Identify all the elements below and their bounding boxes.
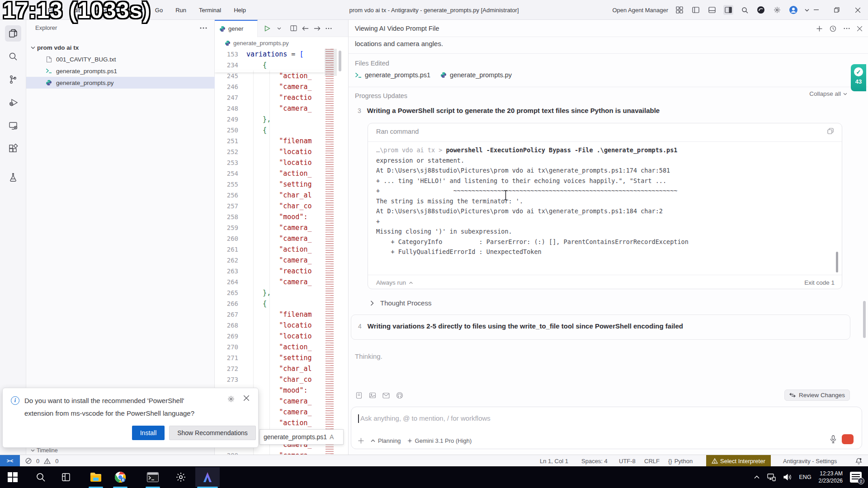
editor-line[interactable]: 266 {: [215, 298, 325, 309]
editor-line[interactable]: 273 "char_co: [215, 374, 325, 385]
clock[interactable]: 12:23 AM 2/23/2026: [819, 470, 843, 484]
add-context-icon[interactable]: [358, 437, 364, 444]
chrome-icon[interactable]: [114, 471, 127, 483]
tree-root-folder[interactable]: prom vdo ai tx: [26, 42, 215, 53]
menu-run[interactable]: Run: [173, 5, 189, 15]
stop-record-button[interactable]: [842, 434, 854, 444]
review-changes-button[interactable]: Review Changes: [784, 389, 850, 401]
close-button[interactable]: [847, 0, 868, 20]
encoding-setting[interactable]: UTF-8: [619, 455, 636, 467]
sticky-line-234[interactable]: 234 {: [215, 60, 325, 70]
taskbar-search-icon[interactable]: [34, 471, 47, 483]
planning-mode-selector[interactable]: Planning: [371, 437, 401, 444]
editor-line[interactable]: 267 "filenam: [215, 309, 325, 320]
editor-line[interactable]: 247 "reactio: [215, 92, 325, 103]
breadcrumb[interactable]: generate_prompts.py: [215, 37, 348, 49]
panel-scrollbar[interactable]: [863, 301, 866, 338]
run-python-file-icon[interactable]: [261, 23, 273, 34]
card-scrollbar[interactable]: [836, 252, 838, 272]
split-editor-icon[interactable]: [288, 23, 299, 34]
volume-icon[interactable]: [783, 474, 792, 481]
copy-icon[interactable]: [827, 128, 834, 134]
start-button[interactable]: [6, 471, 19, 483]
chat-input-box[interactable]: Ask anything, @ to mention, / for workfl…: [351, 407, 862, 449]
menu-go[interactable]: Go: [152, 5, 165, 15]
editor-line[interactable]: 265 },: [215, 287, 325, 298]
panel-close-icon[interactable]: [857, 26, 862, 31]
tray-chevron-up-icon[interactable]: [754, 475, 760, 479]
layout-panel-bottom-icon[interactable]: [707, 5, 717, 15]
language-mode[interactable]: {}Python: [668, 455, 693, 467]
tree-file-item[interactable]: generate_prompts.ps1: [26, 65, 215, 77]
editor-line[interactable]: 253 "locatio: [215, 157, 325, 168]
editor-line[interactable]: 251 "filenam: [215, 136, 325, 146]
editor-line[interactable]: 262 "camera_: [215, 255, 325, 266]
select-interpreter-button[interactable]: Select Interpreter: [706, 455, 771, 467]
layout-sidebar-right-icon[interactable]: [723, 5, 733, 15]
problems-indicator[interactable]: 0 0: [25, 455, 58, 467]
file-chip-ps1[interactable]: generate_prompts.ps1: [355, 71, 430, 79]
eol-setting[interactable]: CRLF: [644, 455, 660, 467]
editor-line[interactable]: 246 "camera_: [215, 81, 325, 92]
editor-line[interactable]: 260 "camera_: [215, 233, 325, 244]
notification-center-icon[interactable]: 2: [850, 472, 862, 483]
restore-button[interactable]: [826, 0, 847, 20]
task-view-icon[interactable]: [60, 471, 72, 483]
extensions-icon[interactable]: [5, 141, 21, 157]
tab-generate-prompts-py[interactable]: gener: [215, 20, 258, 37]
attach-file-icon[interactable]: [354, 390, 364, 400]
navigate-forward-icon[interactable]: [311, 23, 323, 34]
testing-flask-icon[interactable]: [5, 169, 21, 185]
tree-file-item[interactable]: 001_CAVITY_BUG.txt: [26, 53, 215, 65]
editor-line[interactable]: 255 "setting: [215, 179, 325, 190]
antigravity-settings-item[interactable]: Antigravity - Settings: [783, 455, 837, 467]
network-icon[interactable]: [767, 473, 776, 481]
editor-line[interactable]: 268 "locatio: [215, 320, 325, 331]
explorer-more-actions-icon[interactable]: [200, 27, 207, 29]
layout-sidebar-left-icon[interactable]: [691, 5, 701, 15]
editor-line[interactable]: 280 "camera_: [215, 450, 325, 455]
show-recommendations-button[interactable]: Show Recommendations: [169, 426, 256, 440]
editor-line[interactable]: 257 "char_co: [215, 201, 325, 211]
source-control-icon[interactable]: [5, 71, 21, 88]
terminal-window-icon[interactable]: [146, 471, 159, 483]
language-indicator[interactable]: ENG: [799, 474, 811, 480]
editor-scrollbar[interactable]: [339, 51, 341, 71]
toast-settings-gear-icon[interactable]: [227, 395, 235, 403]
minimize-button[interactable]: [806, 0, 826, 20]
editor-line[interactable]: 258 "mood":: [215, 211, 325, 222]
explorer-icon[interactable]: [5, 25, 21, 42]
progress-step-4-card[interactable]: 4 Writing variations 2-5 directly to fil…: [351, 314, 850, 340]
editor-line[interactable]: 250 {: [215, 125, 325, 136]
open-agent-manager-label[interactable]: Open Agent Manager: [612, 7, 668, 14]
editor-line[interactable]: 269 "locatio: [215, 331, 325, 342]
editor-line[interactable]: 272 "char_al: [215, 363, 325, 374]
tree-file-item[interactable]: generate_prompts.py: [26, 77, 215, 89]
remote-indicator[interactable]: ><: [0, 455, 20, 467]
editor-line[interactable]: 270 "action_: [215, 342, 325, 352]
run-debug-icon[interactable]: [5, 94, 21, 111]
agent-manager-icon[interactable]: [675, 5, 684, 15]
antigravity-logo-icon[interactable]: [756, 5, 766, 15]
editor-line[interactable]: 263 "reactio: [215, 266, 325, 277]
cursor-position[interactable]: Ln 1, Col 1: [540, 455, 568, 467]
new-conversation-icon[interactable]: [816, 26, 822, 32]
editor-more-actions-icon[interactable]: [323, 23, 335, 34]
editor-line[interactable]: 252 "locatio: [215, 146, 325, 157]
editor-line[interactable]: 259 "camera_: [215, 222, 325, 233]
search-icon[interactable]: [740, 5, 750, 15]
editor-line[interactable]: 254 "action_: [215, 168, 325, 179]
attach-image-icon[interactable]: [368, 390, 377, 400]
menu-terminal[interactable]: Terminal: [196, 5, 224, 15]
avatar[interactable]: [788, 5, 798, 15]
editor-line[interactable]: 245 "action_: [215, 70, 325, 81]
editor-line[interactable]: 261 "action_: [215, 244, 325, 255]
attach-mail-icon[interactable]: [381, 390, 391, 400]
overlay-battery-widget[interactable]: ✓ 43: [851, 64, 866, 91]
gear-icon[interactable]: [772, 5, 782, 15]
microphone-icon[interactable]: [830, 435, 836, 443]
collapse-all-button[interactable]: Collapse all: [809, 90, 847, 97]
search-sidebar-icon[interactable]: [5, 48, 21, 65]
minimap[interactable]: [325, 49, 337, 455]
editor-line[interactable]: 264 "camera_: [215, 277, 325, 287]
